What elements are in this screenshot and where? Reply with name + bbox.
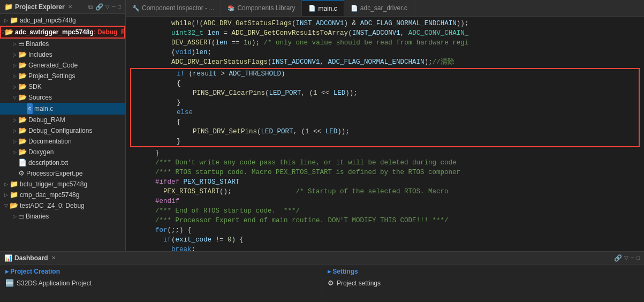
project-explorer-icon: 📁 xyxy=(4,3,13,11)
link-editor-icon[interactable]: 🔗 xyxy=(95,3,103,11)
chevron-down-icon[interactable]: ▽ xyxy=(105,4,110,10)
code-text: DEV_ASSERT(len == 1u); /* only one value… xyxy=(155,38,640,48)
tree-item-test-adc[interactable]: ▽ 📂 testADC_Z4_0: Debug xyxy=(0,200,125,211)
tree-item-test-binaries[interactable]: ▷ 🗃 Binaries xyxy=(0,211,125,222)
tree-item-adc-pal[interactable]: ▷ 📁 adc_pal_mpc5748g xyxy=(0,15,125,26)
folder-icon: 📂 xyxy=(18,71,27,81)
project-explorer: 📁 Project Explorer ✕ ⧉ 🔗 ▽ ─ □ ▷ 📁 adc_p… xyxy=(0,0,126,251)
code-line: { xyxy=(131,79,639,88)
code-line: /*** Processor Expert end of main routin… xyxy=(126,216,644,225)
project-tree: ▷ 📁 adc_pal_mpc5748g ▽ 📂 adc_swtrigger_m… xyxy=(0,14,125,251)
chevron-icon: ▽ xyxy=(2,201,10,210)
tree-item-label: testADC_Z4_0 xyxy=(20,201,62,210)
maximize-icon[interactable]: □ xyxy=(118,4,121,10)
s32ds-app-project-item[interactable]: 🆕 S32DS Application Project xyxy=(5,278,316,288)
tree-item-adc-sw[interactable]: ▽ 📂 adc_swtrigger_mpc5748g: Debug_RAM xyxy=(0,26,125,39)
file-c-icon: 📄 xyxy=(308,5,316,12)
tree-item-documentation[interactable]: ▷ 📂 Documentation xyxy=(0,136,125,147)
code-text: /*** Processor Expert end of main routin… xyxy=(155,216,640,225)
tree-item-label: Binaries xyxy=(26,212,49,221)
tree-item-debug-conf[interactable]: ▷ 📂 Debug_Configurations xyxy=(0,125,125,136)
triangle-icon: ▸ xyxy=(328,268,332,275)
tree-item-label: Generated_Code xyxy=(28,61,78,70)
code-line: if (result > ADC_THRESHOLD) xyxy=(131,69,639,79)
tree-item-sdk[interactable]: ▷ 📂 SDK xyxy=(0,81,125,92)
tree-item-project-settings[interactable]: ▷ 📂 Project_Settings xyxy=(0,71,125,81)
code-line: PEX_RTOS_START(); /* Startup of the sele… xyxy=(126,187,644,197)
project-settings-item[interactable]: ⚙ Project settings xyxy=(328,278,639,288)
project-settings-label: Project settings xyxy=(337,280,381,287)
code-text: else xyxy=(161,108,634,117)
tree-item-bctu[interactable]: ▷ 📁 bctu_trigger_mpc5748g xyxy=(0,179,125,190)
code-line: } xyxy=(126,148,644,158)
folder-open-icon: 📂 xyxy=(5,27,13,37)
tree-item-sources[interactable]: ▽ 📂 Sources xyxy=(0,92,125,103)
code-line: } xyxy=(131,98,639,108)
tree-item-main-c[interactable]: c main.c xyxy=(0,103,125,115)
tree-item-includes[interactable]: ▷ 📂 Includes xyxy=(0,49,125,60)
highlighted-code-block: if (result > ADC_THRESHOLD) { PINS_DRV_C… xyxy=(130,68,640,147)
tab-label: Component Inspector - ... xyxy=(142,4,214,12)
tree-item-binaries[interactable]: ▷ 🗃 Binaries xyxy=(0,39,125,49)
minimize-icon[interactable]: ─ xyxy=(631,255,634,261)
code-line: { xyxy=(131,117,639,127)
code-text: } xyxy=(161,137,634,146)
folder-open-icon: 📂 xyxy=(10,201,18,210)
code-line: PINS_DRV_ClearPins(LED_PORT, (1 << LED))… xyxy=(131,88,639,98)
chevron-icon: ▷ xyxy=(11,126,18,135)
code-line: else xyxy=(131,108,639,117)
code-line: (void)len; xyxy=(126,48,644,57)
folder-icon: 📂 xyxy=(18,115,27,125)
code-text: } xyxy=(161,98,634,108)
tab-label: adc_sar_driver.c xyxy=(360,4,407,12)
settings-title: ▸ Settings xyxy=(328,268,639,275)
folder-icon: 📂 xyxy=(18,126,27,135)
tree-item-label: Debug_Configurations xyxy=(28,126,92,135)
tree-item-label: cmp_dac_mpc5748g xyxy=(20,190,79,200)
code-text: if (result > ADC_THRESHOLD) xyxy=(161,69,634,79)
code-line: /*** Don't write any code pass this line… xyxy=(126,158,644,168)
tree-item-label: Documentation xyxy=(28,137,72,146)
code-line: while(!(ADC_DRV_GetStatusFlags(INST_ADCO… xyxy=(126,19,644,28)
tree-item-label: adc_pal_mpc5748g xyxy=(20,16,76,25)
collapse-all-icon[interactable]: ⧉ xyxy=(88,3,93,11)
chevron-icon: ▽ xyxy=(1,27,5,37)
tree-item-generated-code[interactable]: ▷ 📂 Generated_Code xyxy=(0,60,125,71)
minimize-icon[interactable]: ─ xyxy=(112,4,116,10)
chevron-icon: ▽ xyxy=(11,93,18,102)
folder-icon: 📂 xyxy=(18,82,27,92)
tab-component-inspector[interactable]: 🔧 Component Inspector - ... xyxy=(126,0,221,16)
tab-components-library[interactable]: 📚 Components Library xyxy=(221,0,302,16)
maximize-icon[interactable]: □ xyxy=(637,255,640,261)
tab-adc-sar-driver[interactable]: 📄 adc_sar_driver.c xyxy=(344,0,414,16)
code-line: for(;;) { xyxy=(126,225,644,235)
tree-item-debug-ram[interactable]: ▷ 📂 Debug_RAM xyxy=(0,115,125,125)
code-text: PINS_DRV_SetPins(LED_PORT, (1 << LED)); xyxy=(161,127,634,137)
folder-icon: 📂 xyxy=(18,61,27,70)
dashboard-header: 📊 Dashboard ✕ 🔗 ▽ ─ □ xyxy=(0,252,644,265)
tree-item-cmp-dac[interactable]: ▷ 📁 cmp_dac_mpc5748g xyxy=(0,190,125,200)
chevron-down-icon[interactable]: ▽ xyxy=(624,255,628,261)
dashboard-panel: 📊 Dashboard ✕ 🔗 ▽ ─ □ ▸ Project Creation… xyxy=(0,251,644,302)
tab-label: main.c xyxy=(318,5,337,12)
code-line: if(exit_code != 0) { xyxy=(126,235,644,245)
code-text: { xyxy=(161,79,634,88)
project-explorer-header: 📁 Project Explorer ✕ ⧉ 🔗 ▽ ─ □ xyxy=(0,0,125,14)
tree-item-label: Includes xyxy=(28,50,52,59)
link-editor-icon[interactable]: 🔗 xyxy=(614,254,622,262)
tree-item-label: SDK xyxy=(28,82,42,92)
code-line: #ifdef PEX_RTOS_START xyxy=(126,177,644,187)
code-line: uint32_t len = ADC_DRV_GetConvResultsToA… xyxy=(126,28,644,38)
tree-item-description[interactable]: 📄 description.txt xyxy=(0,157,125,168)
tree-item-doxygen[interactable]: ▷ 📂 Doxygen xyxy=(0,147,125,157)
code-editor[interactable]: while(!(ADC_DRV_GetStatusFlags(INST_ADCO… xyxy=(126,17,644,251)
tab-main-c[interactable]: 📄 main.c xyxy=(302,0,344,16)
tree-item-proc-expert[interactable]: ⚙ ProcessorExpert.pe xyxy=(0,168,125,179)
folder-icon: 📁 xyxy=(10,179,18,189)
tree-item-label: description.txt xyxy=(28,158,68,168)
code-editor-area: 🔧 Component Inspector - ... 📚 Components… xyxy=(126,0,644,251)
file-icon: 📄 xyxy=(18,158,27,168)
code-text: while(!(ADC_DRV_GetStatusFlags(INST_ADCO… xyxy=(155,19,640,28)
code-text: /*** RTOS startup code. Macro PEX_RTOS_S… xyxy=(155,168,640,177)
dashboard-title: Dashboard xyxy=(14,254,48,262)
